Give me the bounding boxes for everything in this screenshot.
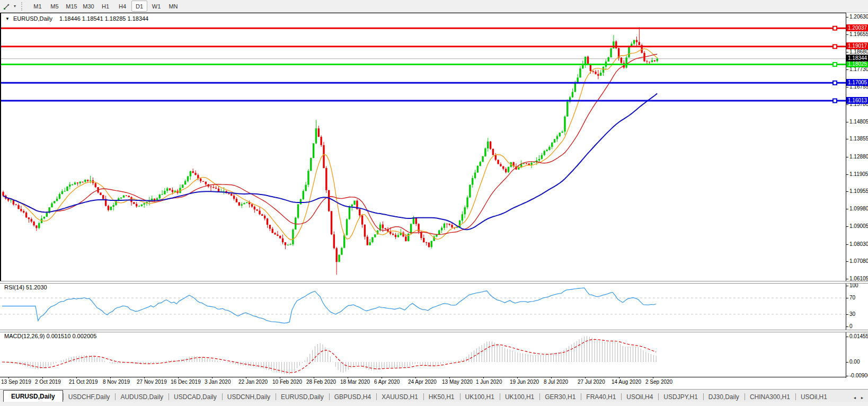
chart-ohlc-values: 1.18446 1.18541 1.18285 1.18344 [59, 15, 148, 22]
chart-tab-china300-h1[interactable]: CHINA300,H1 [745, 391, 795, 402]
ma-fast-line [3, 49, 657, 240]
chart-tab-fra40-h1[interactable]: FRA40,H1 [581, 391, 621, 402]
chart-tab-eurusd-daily[interactable]: EURUSD,Daily [276, 391, 329, 402]
macd-title: MACD(12,26,9) 0.001510 0.002005 [4, 333, 96, 339]
price-axis[interactable]: 1.206301.196551.186801.177301.167551.157… [846, 13, 868, 378]
macd-axis-tick [846, 337, 848, 337]
timeframe-button-m30[interactable]: M30 [81, 1, 96, 12]
timeframe-button-w1[interactable]: W1 [148, 1, 164, 12]
chart-tab-uk100-h1[interactable]: UK100,H1 [500, 391, 539, 402]
level-line-handle [833, 99, 837, 103]
time-axis-label: 2 Oct 2019 [35, 379, 61, 385]
level-price-badge: 1.19017 [846, 42, 868, 49]
price-axis-tick [846, 122, 848, 122]
time-axis-tick [585, 377, 586, 378]
price-axis-label: 1.09980 [849, 206, 868, 211]
price-axis-label: 1.09005 [849, 223, 868, 229]
chart-cursor-icon[interactable] [2, 2, 12, 11]
time-axis-tick [110, 377, 111, 378]
price-pane-canvas[interactable] [1, 13, 846, 281]
chart-tab-xauusd-h1[interactable]: XAUUSD,H1 [376, 391, 423, 402]
time-axis-tick [280, 377, 280, 378]
level-price-badge: 1.16013 [846, 97, 868, 104]
time-axis-label: 10 Feb 2020 [272, 379, 302, 385]
chart-tab-usoil-h1[interactable]: USOil,H1 [795, 391, 832, 402]
price-axis-label: 1.20630 [849, 14, 868, 20]
time-axis-label: 18 Mar 2020 [340, 379, 370, 385]
chart-tab-hk50-h1[interactable]: HK50,H1 [423, 391, 460, 402]
timeframe-button-m1[interactable]: M1 [30, 1, 46, 12]
timeframe-button-h1[interactable]: H1 [98, 1, 113, 12]
price-axis-tick [846, 69, 848, 70]
chart-tab-dj30-daily[interactable]: DJ30,Daily [703, 391, 745, 402]
time-axis-tick [653, 377, 653, 378]
chart-tool-dropdown-caret[interactable]: ▾ [12, 4, 18, 8]
chart-symbol-label: EURUSD,Daily [13, 15, 52, 22]
time-axis-tick [415, 377, 416, 378]
time-axis-tick [517, 377, 518, 378]
time-axis-label: 13 Sep 2019 [1, 379, 31, 385]
price-axis-tick [846, 209, 848, 209]
timeframe-button-h4[interactable]: H4 [114, 1, 130, 12]
price-axis-tick [846, 52, 848, 52]
rsi-axis-tick [846, 314, 848, 315]
price-axis-label: 1.11905 [849, 171, 868, 177]
time-axis-tick [178, 377, 179, 378]
macd-axis-tick [846, 376, 848, 376]
time-axis-tick [449, 377, 450, 378]
macd-axis-label: 0.014556 [849, 333, 868, 339]
price-axis-label: 1.08030 [849, 241, 868, 247]
price-axis-tick [846, 139, 848, 139]
ma-slow-line [3, 93, 657, 230]
macd-signal-line [2, 339, 656, 373]
chart-tab-ger30-h1[interactable]: GER30,H1 [539, 391, 581, 402]
rsi-indicator-pane[interactable]: RSI(14) 51.2030 [0, 283, 846, 330]
timeframe-toolbar: ▾ M1M5M15M30H1H4D1W1MN [0, 0, 868, 13]
rsi-axis-tick [846, 326, 848, 327]
timeframe-button-mn[interactable]: MN [165, 1, 181, 12]
rsi-axis-label: 0 [849, 323, 853, 329]
price-axis-tick [846, 174, 848, 175]
time-axis-tick [8, 377, 9, 378]
rsi-pane-canvas[interactable] [0, 283, 846, 330]
macd-indicator-pane[interactable]: MACD(12,26,9) 0.001510 0.002005 [0, 331, 846, 376]
tab-scroll-right-icon[interactable]: ► [858, 393, 866, 402]
chart-tab-gbpusd-h4[interactable]: GBPUSD,H4 [329, 391, 376, 402]
macd-axis-label: 0.00 [849, 359, 860, 365]
price-axis-tick [846, 191, 848, 192]
ma-mid-line [3, 54, 657, 234]
timeframe-button-m5[interactable]: M5 [47, 1, 63, 12]
price-chart-pane[interactable]: ▼ EURUSD,Daily 1.18446 1.18541 1.18285 1… [0, 13, 847, 281]
timeframe-button-m15[interactable]: M15 [64, 1, 79, 12]
chart-tab-audusd-daily[interactable]: AUDUSD,Daily [115, 391, 169, 402]
rsi-axis-label: 70 [849, 295, 855, 301]
rsi-line [2, 288, 656, 323]
time-axis-label: 28 Feb 2020 [306, 379, 336, 385]
chart-tab-usdcnh-daily[interactable]: USDCNH,Daily [222, 391, 276, 402]
time-axis-tick [246, 377, 246, 378]
tab-scroll-left-icon[interactable]: ◄ [851, 393, 858, 402]
pane-splitter[interactable] [0, 281, 868, 284]
time-axis-label: 21 Oct 2019 [69, 379, 98, 385]
chart-tab-usdcad-daily[interactable]: USDCAD,Daily [169, 391, 222, 402]
chart-tab-uk100-h1[interactable]: UK100,H1 [460, 391, 500, 402]
timeframe-button-d1[interactable]: D1 [131, 1, 147, 12]
time-axis-label: 24 Apr 2020 [408, 379, 437, 385]
price-axis-label: 1.18680 [849, 49, 868, 55]
time-axis[interactable]: 13 Sep 20192 Oct 201921 Oct 20198 Nov 20… [0, 378, 846, 386]
price-axis-tick [846, 104, 848, 105]
macd-histogram [2, 336, 656, 374]
chart-collapse-icon[interactable]: ▼ [5, 16, 10, 21]
price-axis-label: 1.19655 [849, 31, 868, 37]
chart-tab-usdjpy-h1[interactable]: USDJPY,H1 [658, 391, 703, 402]
price-axis-tick [846, 17, 848, 17]
rsi-title: RSI(14) 51.2030 [4, 284, 47, 290]
pane-splitter[interactable] [0, 330, 868, 332]
price-axis-label: 1.12880 [849, 154, 868, 160]
chart-tab-usoil-h4[interactable]: USOil,H4 [621, 391, 658, 402]
toolbar-grip[interactable] [21, 2, 25, 11]
chart-tab-usdchf-daily[interactable]: USDCHF,Daily [63, 391, 116, 402]
chart-tab-eurusd-daily[interactable]: EURUSD,Daily [3, 390, 63, 402]
macd-pane-canvas[interactable] [0, 331, 846, 376]
price-axis-tick [846, 279, 848, 279]
